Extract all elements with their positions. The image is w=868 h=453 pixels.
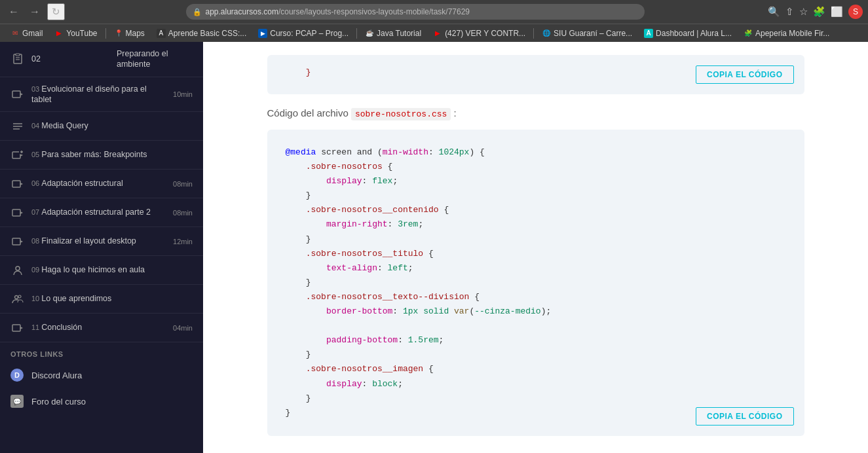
clipboard-icon	[10, 52, 25, 66]
siu-icon: 🌐	[542, 29, 551, 38]
bookmark-icon[interactable]: ☆	[799, 6, 808, 18]
sidebar-item-11-text: 11 Conclusión	[31, 322, 166, 333]
bookmark-separator	[105, 28, 106, 39]
sidebar-item-09[interactable]: 09 Haga lo que hicimos en aula	[0, 256, 203, 285]
sidebar-item-10[interactable]: 10 Lo que aprendimos	[0, 285, 203, 314]
svg-rect-18	[12, 238, 20, 245]
copy-button[interactable]: COPIA EL CÓDIGO	[696, 407, 794, 426]
apeperia-icon: 🧩	[744, 29, 753, 38]
svg-point-21	[15, 295, 18, 299]
bookmarks-bar: ✉ Gmail ▶ YouTube 📍 Maps A Aprende Basic…	[0, 24, 868, 42]
video-icon-11	[10, 321, 25, 335]
sidebar-item-06-text: 06 Adaptación estructural	[31, 178, 166, 189]
sidebar-item-04-text: 04 Media Query	[31, 120, 193, 131]
search-icon[interactable]: 🔍	[768, 6, 780, 18]
content-area: } COPIA EL CÓDIGO Código del archivo sob…	[203, 42, 868, 453]
sidebar-item-08-duration: 12min	[173, 238, 193, 245]
discord-link[interactable]: D Discord Alura	[0, 362, 203, 388]
top-code-block: } COPIA EL CÓDIGO	[267, 55, 804, 94]
main-code-block: @media screen and (min-width: 1024px) { …	[267, 130, 804, 436]
sidebar-item-02-label: 02	[31, 54, 107, 64]
main-layout: 02 Preparando el ambiente 03 Evolucionar…	[0, 42, 868, 453]
bookmark-separator-2	[356, 28, 357, 39]
foro-link[interactable]: 💬 Foro del curso	[0, 388, 203, 414]
svg-marker-24	[20, 327, 23, 329]
bookmark-curso-pcap[interactable]: ▶ Curso: PCAP – Prog...	[253, 27, 354, 39]
browser-chrome: ← → ↻ 🔒 app.aluracursos.com/course/layou…	[0, 0, 868, 24]
sidebar-item-02-text: Preparando el ambiente	[117, 48, 193, 70]
bookmark-aprende[interactable]: A Aprende Basic CSS:...	[151, 27, 252, 39]
aprende-icon: A	[157, 29, 166, 38]
profile-icon[interactable]: S	[848, 5, 863, 19]
sidebar-item-02[interactable]: 02 Preparando el ambiente	[0, 42, 203, 77]
maps-icon: 📍	[114, 29, 123, 38]
filename-label: sobre-nosotros.css	[351, 108, 451, 120]
bookmark-java[interactable]: ☕ Java Tutorial	[360, 27, 426, 39]
svg-marker-15	[20, 183, 23, 185]
sidebar-item-07[interactable]: 07 Adaptación estructural parte 2 08min	[0, 198, 203, 227]
alura-icon: A	[644, 29, 653, 38]
bookmark-apeperia[interactable]: 🧩 Apeperia Mobile Fir...	[738, 27, 835, 39]
refresh-button[interactable]: ↻	[47, 3, 65, 20]
otros-links-label: OTROS LINKS	[0, 342, 203, 362]
sidebar-item-03[interactable]: 03 Evolucionar el diseño para el tablet …	[0, 77, 203, 113]
back-button[interactable]: ←	[5, 5, 22, 19]
person-icon-09	[10, 263, 25, 278]
list-icon-04	[10, 119, 25, 134]
sidebar-item-09-text: 09 Haga lo que hicimos en aula	[31, 264, 193, 275]
youtube-icon: ▶	[54, 29, 64, 38]
svg-rect-4	[12, 91, 20, 98]
share-icon[interactable]: ⇧	[785, 6, 794, 18]
sidebar-item-03-text: 03 Evolucionar el diseño para el tablet	[31, 84, 166, 105]
video-icon-03	[10, 87, 25, 101]
svg-point-22	[18, 295, 21, 298]
sidebar-item-05-text: 05 Para saber más: Breakpoints	[31, 149, 193, 160]
browser-actions: 🔍 ⇧ ☆ 🧩 ⬜ S	[768, 5, 863, 19]
code-file-label: Código del archivo sobre-nosotros.css :	[267, 107, 804, 119]
window-icon[interactable]: ⬜	[831, 6, 843, 18]
bookmark-427[interactable]: ▶ (427) VER Y CONTR...	[428, 27, 531, 39]
bookmark-gmail[interactable]: ✉ Gmail	[5, 27, 48, 39]
svg-rect-9	[12, 152, 20, 158]
sidebar: 02 Preparando el ambiente 03 Evolucionar…	[0, 42, 203, 453]
gmail-icon: ✉	[10, 29, 20, 38]
svg-marker-17	[20, 211, 23, 214]
java-icon: ☕	[365, 29, 374, 38]
discord-label: Discord Alura	[31, 371, 82, 380]
svg-rect-14	[12, 181, 20, 187]
bookmark-maps[interactable]: 📍 Maps	[109, 27, 150, 39]
forum-icon: 💬	[10, 395, 24, 408]
sidebar-item-11[interactable]: 11 Conclusión 04min	[0, 314, 203, 342]
svg-marker-5	[20, 93, 23, 96]
sidebar-item-06[interactable]: 06 Adaptación estructural 08min	[0, 170, 203, 198]
sidebar-item-08-text: 08 Finalizar el layout desktop	[31, 236, 166, 246]
svg-rect-23	[12, 325, 20, 331]
bookmark-separator-3	[533, 28, 534, 39]
bookmark-youtube[interactable]: ▶ YouTube	[49, 27, 102, 39]
url-text: app.aluracursos.com/course/layouts-respo…	[206, 7, 470, 16]
video-icon-08	[10, 234, 25, 249]
pcap-icon: ▶	[258, 29, 267, 38]
svg-point-20	[16, 266, 20, 270]
sidebar-item-11-duration: 04min	[173, 324, 193, 332]
top-copy-button[interactable]: COPIA EL CÓDIGO	[696, 65, 794, 84]
sidebar-item-08[interactable]: 08 Finalizar el layout desktop 12min	[0, 227, 203, 256]
sidebar-item-05[interactable]: 05 Para saber más: Breakpoints	[0, 141, 203, 170]
forward-button[interactable]: →	[26, 5, 43, 19]
foro-label: Foro del curso	[31, 397, 86, 407]
extensions-icon[interactable]: 🧩	[813, 6, 825, 18]
sidebar-item-07-duration: 08min	[173, 209, 193, 217]
video-icon-06	[10, 177, 25, 191]
bookmark-dashboard[interactable]: A Dashboard | Alura L...	[639, 27, 737, 39]
sidebar-item-04[interactable]: 04 Media Query	[0, 112, 203, 141]
yt2-icon: ▶	[433, 29, 442, 38]
svg-rect-1	[16, 54, 20, 56]
person-icon-10	[10, 292, 25, 306]
sidebar-item-06-duration: 08min	[173, 180, 193, 188]
address-bar[interactable]: 🔒 app.aluracursos.com/course/layouts-res…	[186, 4, 645, 20]
bookmark-siu[interactable]: 🌐 SIU Guaraní – Carre...	[537, 27, 637, 39]
sidebar-item-03-duration: 10min	[173, 90, 193, 98]
content-inner: } COPIA EL CÓDIGO Código del archivo sob…	[241, 42, 831, 453]
discord-icon: D	[10, 369, 24, 382]
svg-rect-16	[12, 209, 20, 216]
